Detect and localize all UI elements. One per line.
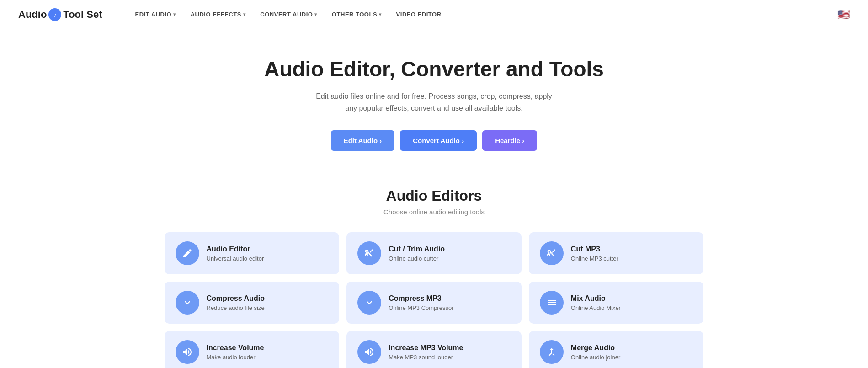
nav-item-video-editor[interactable]: VIDEO EDITOR (391, 7, 447, 21)
logo-icon: ♪ (48, 8, 61, 21)
tool-card-cut-trim-audio[interactable]: Cut / Trim AudioOnline audio cutter (346, 232, 522, 274)
nav-item-other-tools[interactable]: OTHER TOOLS ▾ (326, 7, 387, 21)
editors-section: Audio Editors Choose online audio editin… (137, 169, 731, 368)
hero-buttons: Edit Audio › Convert Audio › Heardle › (9, 130, 859, 151)
tool-desc-cut-mp3: Online MP3 cutter (571, 255, 618, 262)
tool-name-cut-mp3: Cut MP3 (571, 245, 618, 253)
tool-name-compress-audio: Compress Audio (207, 294, 265, 303)
tool-info-compress-audio: Compress AudioReduce audio file size (207, 294, 265, 311)
volume-up-icon (176, 340, 199, 364)
tools-grid: Audio EditorUniversal audio editorCut / … (165, 232, 704, 368)
tool-desc-compress-mp3: Online MP3 Compressor (389, 304, 453, 311)
tool-name-merge-audio: Merge Audio (571, 344, 620, 352)
tool-desc-increase-volume: Make audio louder (207, 354, 264, 361)
hero-section: Audio Editor, Converter and Tools Edit a… (0, 29, 868, 169)
chevron-down-icon: ▾ (243, 12, 246, 17)
navbar: Audio ♪ Tool Set EDIT AUDIO ▾ AUDIO EFFE… (0, 0, 868, 29)
tool-desc-merge-audio: Online audio joiner (571, 354, 620, 361)
tool-name-mix-audio: Mix Audio (571, 294, 621, 303)
tool-name-compress-mp3: Compress MP3 (389, 294, 453, 303)
tool-card-compress-mp3[interactable]: Compress MP3Online MP3 Compressor (346, 282, 522, 324)
mp3-compress-icon (357, 291, 381, 315)
mp3-volume-icon (357, 340, 381, 364)
tool-card-increase-volume[interactable]: Increase VolumeMake audio louder (165, 331, 340, 368)
tool-name-audio-editor: Audio Editor (207, 245, 264, 253)
logo-link[interactable]: Audio ♪ Tool Set (18, 8, 102, 21)
merge-icon (540, 340, 564, 364)
scissors-icon (357, 241, 381, 265)
mix-icon (540, 291, 564, 315)
tool-info-mix-audio: Mix AudioOnline Audio Mixer (571, 294, 621, 311)
tool-card-increase-mp3-volume[interactable]: Increase MP3 VolumeMake MP3 sound louder (346, 331, 522, 368)
chevron-down-icon: ▾ (173, 12, 176, 17)
tool-info-increase-volume: Increase VolumeMake audio louder (207, 344, 264, 361)
tool-card-compress-audio[interactable]: Compress AudioReduce audio file size (165, 282, 340, 324)
tool-info-merge-audio: Merge AudioOnline audio joiner (571, 344, 620, 361)
pencil-icon (176, 241, 199, 265)
nav-item-audio-effects[interactable]: AUDIO EFFECTS ▾ (185, 7, 251, 21)
tool-card-cut-mp3[interactable]: Cut MP3Online MP3 cutter (529, 232, 704, 274)
tool-info-increase-mp3-volume: Increase MP3 VolumeMake MP3 sound louder (389, 344, 463, 361)
tool-desc-increase-mp3-volume: Make MP3 sound louder (389, 354, 463, 361)
editors-section-title: Audio Editors (165, 187, 704, 204)
tool-card-mix-audio[interactable]: Mix AudioOnline Audio Mixer (529, 282, 704, 324)
tool-card-audio-editor[interactable]: Audio EditorUniversal audio editor (165, 232, 340, 274)
hero-title: Audio Editor, Converter and Tools (9, 57, 859, 81)
nav-item-convert-audio[interactable]: CONVERT AUDIO ▾ (255, 7, 323, 21)
tool-desc-mix-audio: Online Audio Mixer (571, 304, 621, 311)
tool-card-merge-audio[interactable]: Merge AudioOnline audio joiner (529, 331, 704, 368)
tool-name-cut-trim-audio: Cut / Trim Audio (389, 245, 445, 253)
tool-info-audio-editor: Audio EditorUniversal audio editor (207, 245, 264, 262)
nav-links: EDIT AUDIO ▾ AUDIO EFFECTS ▾ CONVERT AUD… (129, 7, 837, 21)
chevron-down-icon: ▾ (314, 12, 317, 17)
tool-desc-audio-editor: Universal audio editor (207, 255, 264, 262)
mp3-scissors-icon (540, 241, 564, 265)
tool-info-compress-mp3: Compress MP3Online MP3 Compressor (389, 294, 453, 311)
logo-text-after: Tool Set (63, 9, 102, 21)
logo-text-before: Audio (18, 9, 47, 21)
edit-audio-button[interactable]: Edit Audio › (331, 130, 395, 151)
tool-desc-compress-audio: Reduce audio file size (207, 304, 265, 311)
tool-info-cut-trim-audio: Cut / Trim AudioOnline audio cutter (389, 245, 445, 262)
chevron-down-icon: ▾ (379, 12, 382, 17)
editors-section-subtitle: Choose online audio editing tools (165, 208, 704, 216)
nav-item-edit-audio[interactable]: EDIT AUDIO ▾ (129, 7, 181, 21)
language-flag[interactable]: 🇺🇸 (837, 9, 850, 21)
tool-name-increase-mp3-volume: Increase MP3 Volume (389, 344, 463, 352)
heardle-button[interactable]: Heardle › (482, 130, 537, 151)
tool-info-cut-mp3: Cut MP3Online MP3 cutter (571, 245, 618, 262)
hero-subtitle: Edit audio files online and for free. Pr… (315, 91, 553, 114)
convert-audio-button[interactable]: Convert Audio › (400, 130, 477, 151)
tool-name-increase-volume: Increase Volume (207, 344, 264, 352)
tool-desc-cut-trim-audio: Online audio cutter (389, 255, 445, 262)
compress-icon (176, 291, 199, 315)
